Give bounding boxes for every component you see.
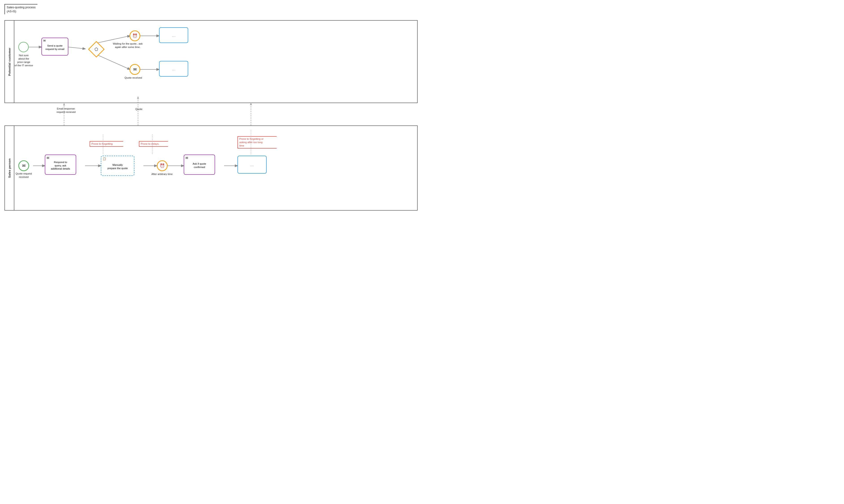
gateway-label: Waiting for the quote.. askagain after s… — [105, 42, 150, 49]
start-event-sales: ✉ — [18, 160, 29, 171]
task-ask-confirm[interactable]: ✉ Ask if quoteconfirmed — [184, 155, 215, 175]
task-prepare-quote[interactable]: 📋 Manuallyprepare the quote — [101, 156, 134, 176]
quote-inter-label: Quote — [130, 108, 148, 111]
annotation-long: Prone to forgetting orasking after too l… — [237, 136, 277, 148]
email-response-label: Email response:request recieved — [49, 107, 83, 114]
quote-received-label: Quote received — [121, 76, 146, 79]
message-received-event: ✉ — [129, 64, 140, 75]
annotation-forgetting: Prone to forgetting — [90, 141, 123, 147]
after-arbitrary-label: After arbitrary time — [147, 173, 177, 176]
task-respond[interactable]: ✉ Respond toquery, askadditional details — [45, 155, 76, 175]
timer-event-top: ⏰ — [129, 31, 140, 41]
annotation-delays: Prone to delays. — [139, 141, 168, 147]
box-bottom[interactable]: ... — [237, 156, 267, 174]
box-top-1[interactable]: ... — [159, 27, 188, 43]
start-customer-label: Not sureabout theprice rangeof the IT se… — [13, 54, 35, 67]
lane-potential-customer: Potential customer — [4, 20, 418, 103]
timer-event-bottom: ⏰ — [157, 160, 167, 171]
diagram-title: Sales-quoting process (AS-IS) — [4, 4, 37, 14]
lane-bottom-label: Sales person — [5, 126, 14, 210]
box-top-2[interactable]: ... — [159, 61, 188, 77]
task-send-quote[interactable]: ✉ Send a quoterequest by email — [41, 38, 68, 56]
start-sales-label: Quote requestreceived — [13, 172, 35, 179]
start-event-customer — [18, 42, 29, 52]
